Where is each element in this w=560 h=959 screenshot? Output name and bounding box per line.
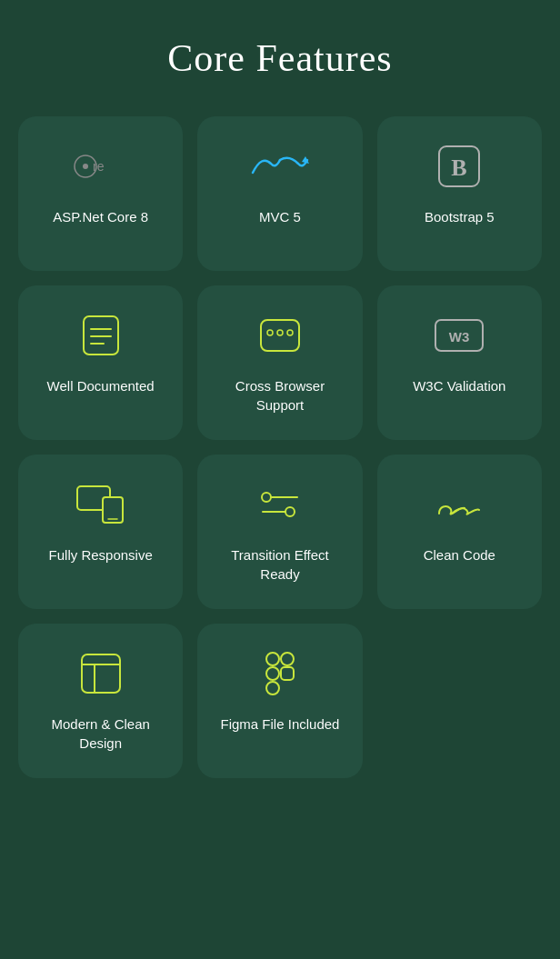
svg-point-11 [267,330,273,335]
card-figma-label: Figma File Included [221,714,340,734]
transition-icon [253,482,307,527]
card-clean-code: Clean Code [377,455,542,609]
features-grid: re ASP.Net Core 8 MVC 5 B Bootstrap 5 [18,116,542,778]
svg-point-21 [285,507,295,516]
mvc-icon [253,144,307,189]
svg-text:W3: W3 [449,329,470,345]
svg-text:re: re [93,159,105,174]
card-cross-browser-label: Cross Browser Support [212,376,347,415]
sass-icon [432,482,486,527]
card-w3c: W3 W3C Validation [377,285,542,440]
svg-rect-30 [266,682,279,694]
card-well-documented-label: Well Documented [47,376,155,395]
card-modern-design: Modern & Clean Design [18,624,183,778]
svg-point-19 [262,493,271,502]
svg-rect-26 [266,653,279,665]
w3c-icon: W3 [432,313,486,358]
figma-icon [253,651,307,696]
card-mvc-label: MVC 5 [259,207,301,226]
svg-rect-28 [266,667,279,680]
asp-net-icon: re [74,144,128,189]
svg-rect-29 [281,667,294,680]
card-bootstrap: B Bootstrap 5 [377,116,542,271]
card-asp-net-label: ASP.Net Core 8 [53,207,148,226]
card-well-documented: Well Documented [18,285,183,440]
browser-icon [253,313,307,358]
card-bootstrap-label: Bootstrap 5 [425,207,495,226]
layout-icon [74,651,128,696]
card-mvc: MVC 5 [197,116,362,271]
svg-point-12 [277,330,283,335]
bootstrap-icon: B [432,144,486,189]
card-cross-browser: Cross Browser Support [197,285,362,440]
card-fully-responsive: Fully Responsive [18,455,183,609]
svg-point-13 [287,330,293,335]
card-transition-label: Transition Effect Ready [212,545,347,584]
responsive-icon [74,482,128,527]
svg-rect-27 [281,653,294,665]
svg-rect-23 [82,654,120,693]
svg-text:B: B [452,155,467,181]
card-transition: Transition Effect Ready [197,455,362,609]
card-w3c-label: W3C Validation [413,376,505,395]
card-clean-code-label: Clean Code [424,545,495,564]
card-fully-responsive-label: Fully Responsive [49,545,153,564]
svg-point-1 [83,164,88,169]
card-asp-net: re ASP.Net Core 8 [18,116,183,271]
page-title: Core Features [167,36,392,80]
card-figma: Figma File Included [197,624,362,778]
card-modern-design-label: Modern & Clean Design [33,714,168,753]
document-icon [74,313,128,358]
